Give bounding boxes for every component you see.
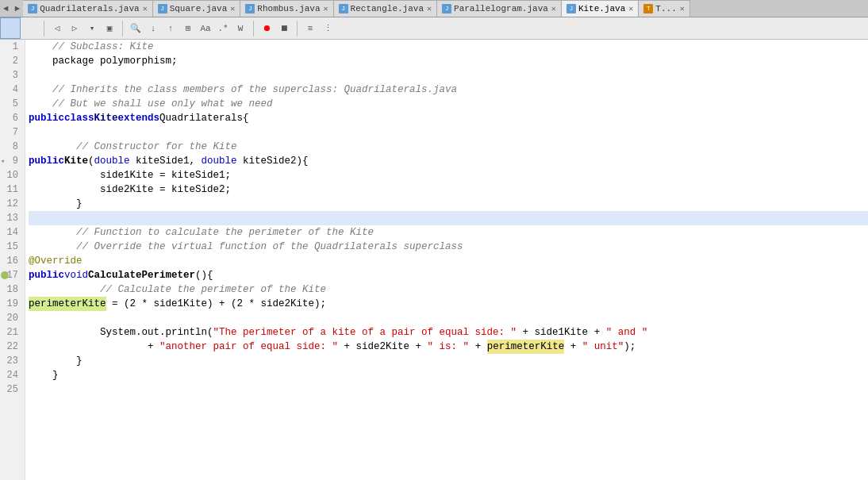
file-icon: T xyxy=(643,4,653,13)
code-line-24: } xyxy=(29,368,868,382)
word-btn[interactable]: W xyxy=(232,20,249,37)
code-line-8: // Constructor for the Kite xyxy=(29,140,868,154)
line-number-23: 23 xyxy=(0,354,25,368)
line-number-10: 10 xyxy=(0,168,25,182)
line-number-17: 17 xyxy=(0,268,25,282)
code-line-18: // Calculate the perimeter of the Kite xyxy=(29,282,868,297)
line-number-4: 4 xyxy=(0,83,25,97)
close-icon[interactable]: ✕ xyxy=(324,4,328,13)
code-line-13 xyxy=(29,211,868,225)
close-icon[interactable]: ✕ xyxy=(551,4,556,13)
tab-quadrilaterals[interactable]: J Quadrilaterals.java ✕ xyxy=(23,0,152,17)
code-line-3 xyxy=(29,68,868,83)
separator4 xyxy=(297,21,298,36)
toolbar-group-2: 🔍 ↓ ↑ ⊞ Aa .* W xyxy=(127,20,249,37)
line-number-19: 19 xyxy=(0,297,25,311)
run-btn[interactable]: ⏺ xyxy=(258,20,275,37)
tab-label: Parallelogram.java xyxy=(454,4,548,13)
back-btn[interactable]: ◁ xyxy=(48,20,66,37)
java-icon: J xyxy=(158,4,167,13)
toggle-btn[interactable]: ▣ xyxy=(101,20,118,37)
line-number-9: ▾9 xyxy=(0,154,25,168)
java-icon: J xyxy=(567,4,576,13)
tab-label: Rectangle.java xyxy=(351,4,424,13)
code-line-9: public Kite(double kiteSide1, double kit… xyxy=(29,154,868,168)
close-icon[interactable]: ✕ xyxy=(427,4,432,13)
dropdown-btn[interactable]: ▾ xyxy=(83,20,101,37)
code-line-4: // Inherits the class members of the sup… xyxy=(29,83,868,97)
tab-label: Rhombus.java xyxy=(257,4,320,13)
line-number-22: 22 xyxy=(0,340,25,354)
code-line-23: } xyxy=(29,354,868,368)
code-editor[interactable]: 12345678▾9101112131415161718192021222324… xyxy=(0,40,868,480)
code-line-17: public void CalculatePerimeter(){ xyxy=(29,268,868,282)
code-line-19: perimeterKite = (2 * side1Kite) + (2 * s… xyxy=(29,297,868,311)
tab-rectangle[interactable]: J Rectangle.java ✕ xyxy=(334,0,437,17)
separator2 xyxy=(122,21,123,36)
close-icon[interactable]: ✕ xyxy=(680,4,685,13)
extra-btn[interactable]: ⋮ xyxy=(319,20,336,37)
line-number-11: 11 xyxy=(0,182,25,197)
code-line-14: // Function to calculate the perimeter o… xyxy=(29,225,868,240)
code-line-6: public class Kite extends Quadrilaterals… xyxy=(29,111,868,125)
nav-prev[interactable]: ◄ xyxy=(0,4,12,13)
editor-toolbar: ◁ ▷ ▾ ▣ 🔍 ↓ ↑ ⊞ Aa .* W ⏺ ⏹ ≡ ⋮ xyxy=(0,17,868,40)
history-tab[interactable] xyxy=(21,17,41,39)
line-numbers: 12345678▾9101112131415161718192021222324… xyxy=(0,40,25,480)
tab-label: Square.java xyxy=(170,4,228,13)
code-line-15: // Override the virtual function of the … xyxy=(29,240,868,254)
tab-other[interactable]: T T... ✕ xyxy=(639,0,689,17)
line-number-2: 2 xyxy=(0,54,25,68)
line-number-8: 8 xyxy=(0,140,25,154)
code-line-22: + "another pair of equal side: " + side2… xyxy=(29,340,868,354)
line-number-18: 18 xyxy=(0,282,25,297)
collapse-icon[interactable]: ▾ xyxy=(1,157,5,166)
code-line-16: @Override xyxy=(29,254,868,268)
find-prev-btn[interactable]: ↑ xyxy=(162,20,179,37)
code-line-5: // But we shall use only what we need xyxy=(29,97,868,111)
forward-btn[interactable]: ▷ xyxy=(66,20,83,37)
code-line-25 xyxy=(29,382,868,397)
search-btn[interactable]: 🔍 xyxy=(127,20,144,37)
find-next-btn[interactable]: ↓ xyxy=(144,20,162,37)
line-number-5: 5 xyxy=(0,97,25,111)
line-number-3: 3 xyxy=(0,68,25,83)
line-number-7: 7 xyxy=(0,125,25,140)
code-line-20 xyxy=(29,311,868,325)
source-tab[interactable] xyxy=(0,17,21,39)
regex-btn[interactable]: .* xyxy=(214,20,232,37)
line-number-20: 20 xyxy=(0,311,25,325)
close-icon[interactable]: ✕ xyxy=(628,4,633,13)
separator3 xyxy=(253,21,254,36)
toolbar-group-3: ⏺ ⏹ xyxy=(258,20,293,37)
close-icon[interactable]: ✕ xyxy=(230,4,235,13)
stop-btn[interactable]: ⏹ xyxy=(275,20,293,37)
code-line-2: package polymorphism; xyxy=(29,54,868,68)
close-icon[interactable]: ✕ xyxy=(143,4,148,13)
nav-next[interactable]: ► xyxy=(12,4,24,13)
line-number-21: 21 xyxy=(0,325,25,340)
tab-parallelogram[interactable]: J Parallelogram.java ✕ xyxy=(437,0,562,17)
more-btn[interactable]: ≡ xyxy=(301,20,319,37)
line-number-24: 24 xyxy=(0,368,25,382)
code-line-10: side1Kite = kiteSide1; xyxy=(29,168,868,182)
breakpoint-icon[interactable] xyxy=(1,271,9,279)
tab-rhombus[interactable]: J Rhombus.java ✕ xyxy=(240,0,333,17)
line-number-25: 25 xyxy=(0,382,25,397)
java-icon: J xyxy=(442,4,451,13)
tab-bar: ◄ ► J Quadrilaterals.java ✕ J Square.jav… xyxy=(0,0,868,17)
toggle2-btn[interactable]: ⊞ xyxy=(179,20,197,37)
tab-kite[interactable]: J Kite.java ✕ xyxy=(562,0,639,17)
code-content[interactable]: // Subclass: Kite package polymorphism; … xyxy=(25,40,868,480)
toolbar-group-4: ≡ ⋮ xyxy=(301,20,336,37)
tab-square[interactable]: J Square.java ✕ xyxy=(153,0,241,17)
match-btn[interactable]: Aa xyxy=(197,20,214,37)
code-line-1: // Subclass: Kite xyxy=(29,40,868,54)
line-number-6: 6 xyxy=(0,111,25,125)
code-line-7 xyxy=(29,125,868,140)
tab-label: Kite.java xyxy=(578,4,625,13)
code-line-21: System.out.println("The perimeter of a k… xyxy=(29,325,868,340)
code-line-12: } xyxy=(29,197,868,211)
java-icon: J xyxy=(339,4,348,13)
line-number-14: 14 xyxy=(0,225,25,240)
